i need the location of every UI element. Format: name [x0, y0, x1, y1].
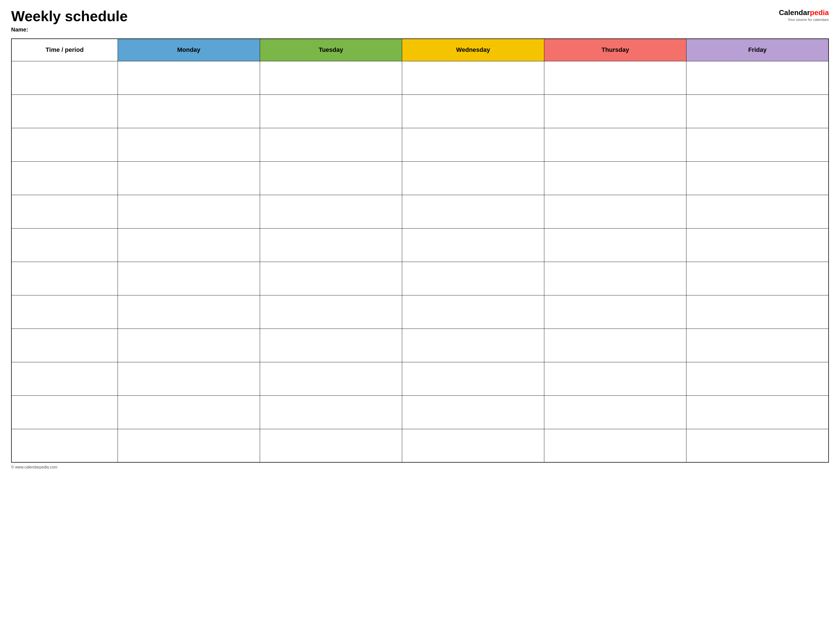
schedule-cell[interactable] [118, 195, 260, 228]
schedule-cell[interactable] [544, 161, 687, 195]
time-cell[interactable] [11, 396, 118, 429]
schedule-cell[interactable] [544, 95, 687, 128]
schedule-cell[interactable] [687, 95, 829, 128]
schedule-cell[interactable] [260, 429, 402, 462]
time-cell[interactable] [11, 362, 118, 396]
time-cell[interactable] [11, 95, 118, 128]
schedule-cell[interactable] [118, 61, 260, 95]
name-label: Name: [11, 27, 773, 33]
schedule-cell[interactable] [544, 429, 687, 462]
title-section: Weekly schedule Name: [11, 8, 773, 33]
schedule-cell[interactable] [402, 95, 544, 128]
schedule-cell[interactable] [687, 228, 829, 262]
table-header: Time / period Monday Tuesday Wednesday T… [11, 39, 829, 61]
schedule-cell[interactable] [687, 161, 829, 195]
schedule-cell[interactable] [402, 429, 544, 462]
schedule-cell[interactable] [687, 328, 829, 362]
table-row [11, 295, 829, 328]
schedule-cell[interactable] [260, 195, 402, 228]
table-row [11, 328, 829, 362]
schedule-cell[interactable] [544, 195, 687, 228]
logo-pedia: pedia [810, 8, 829, 17]
schedule-cell[interactable] [544, 128, 687, 161]
footer: © www.calendarpedia.com [11, 465, 829, 469]
schedule-cell[interactable] [118, 228, 260, 262]
schedule-cell[interactable] [402, 295, 544, 328]
schedule-table: Time / period Monday Tuesday Wednesday T… [11, 38, 829, 463]
schedule-cell[interactable] [260, 161, 402, 195]
table-row [11, 161, 829, 195]
schedule-cell[interactable] [687, 195, 829, 228]
schedule-cell[interactable] [118, 161, 260, 195]
schedule-cell[interactable] [118, 429, 260, 462]
schedule-cell[interactable] [402, 362, 544, 396]
time-cell[interactable] [11, 295, 118, 328]
schedule-cell[interactable] [544, 396, 687, 429]
time-cell[interactable] [11, 228, 118, 262]
time-cell[interactable] [11, 61, 118, 95]
page-title: Weekly schedule [11, 8, 773, 24]
col-header-tuesday: Tuesday [260, 39, 402, 61]
schedule-cell[interactable] [260, 262, 402, 295]
schedule-cell[interactable] [687, 396, 829, 429]
logo-section: Calendarpedia Your source for calendars [773, 8, 829, 22]
logo-calendar: Calendar [779, 8, 810, 17]
col-header-friday: Friday [687, 39, 829, 61]
table-body [11, 61, 829, 462]
schedule-cell[interactable] [402, 228, 544, 262]
table-row [11, 95, 829, 128]
schedule-cell[interactable] [118, 362, 260, 396]
table-row [11, 228, 829, 262]
schedule-cell[interactable] [118, 262, 260, 295]
schedule-cell[interactable] [687, 61, 829, 95]
schedule-cell[interactable] [544, 262, 687, 295]
schedule-cell[interactable] [544, 295, 687, 328]
table-row [11, 262, 829, 295]
schedule-cell[interactable] [260, 61, 402, 95]
col-header-monday: Monday [118, 39, 260, 61]
schedule-cell[interactable] [544, 328, 687, 362]
time-cell[interactable] [11, 128, 118, 161]
schedule-cell[interactable] [118, 396, 260, 429]
table-row [11, 195, 829, 228]
schedule-cell[interactable] [260, 95, 402, 128]
table-row [11, 429, 829, 462]
table-row [11, 61, 829, 95]
schedule-cell[interactable] [687, 295, 829, 328]
schedule-cell[interactable] [260, 295, 402, 328]
schedule-cell[interactable] [260, 228, 402, 262]
schedule-cell[interactable] [687, 128, 829, 161]
copyright-text: © www.calendarpedia.com [11, 465, 57, 469]
schedule-cell[interactable] [402, 128, 544, 161]
schedule-cell[interactable] [402, 328, 544, 362]
schedule-cell[interactable] [687, 262, 829, 295]
schedule-cell[interactable] [118, 95, 260, 128]
header: Weekly schedule Name: Calendarpedia Your… [11, 8, 829, 33]
schedule-cell[interactable] [544, 228, 687, 262]
schedule-cell[interactable] [260, 396, 402, 429]
time-cell[interactable] [11, 429, 118, 462]
schedule-cell[interactable] [260, 128, 402, 161]
schedule-cell[interactable] [544, 362, 687, 396]
schedule-cell[interactable] [544, 61, 687, 95]
time-cell[interactable] [11, 328, 118, 362]
table-row [11, 128, 829, 161]
schedule-cell[interactable] [118, 128, 260, 161]
time-cell[interactable] [11, 195, 118, 228]
schedule-cell[interactable] [402, 195, 544, 228]
schedule-cell[interactable] [402, 161, 544, 195]
time-cell[interactable] [11, 262, 118, 295]
time-cell[interactable] [11, 161, 118, 195]
schedule-cell[interactable] [687, 429, 829, 462]
schedule-cell[interactable] [687, 362, 829, 396]
schedule-cell[interactable] [402, 262, 544, 295]
schedule-cell[interactable] [402, 396, 544, 429]
schedule-cell[interactable] [118, 295, 260, 328]
schedule-cell[interactable] [118, 328, 260, 362]
table-row [11, 396, 829, 429]
schedule-cell[interactable] [260, 328, 402, 362]
schedule-cell[interactable] [260, 362, 402, 396]
schedule-cell[interactable] [402, 61, 544, 95]
logo-tagline: Your source for calendars [788, 17, 829, 22]
header-row: Time / period Monday Tuesday Wednesday T… [11, 39, 829, 61]
